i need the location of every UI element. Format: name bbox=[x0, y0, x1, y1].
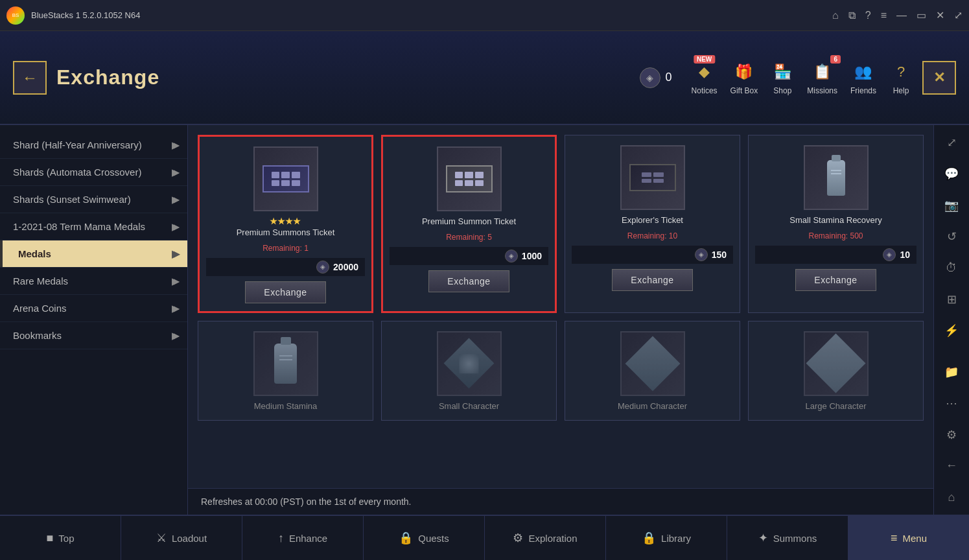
chevron-right-icon-7: ▶ bbox=[172, 303, 180, 314]
premium-summon-name: Premium Summon Ticket bbox=[422, 216, 516, 228]
item-card-medium-char[interactable]: Medium Character bbox=[565, 321, 740, 421]
bottom-nav-top[interactable]: ■ Top bbox=[0, 516, 121, 560]
active-indicator bbox=[0, 240, 3, 267]
item-card-medium-stamina[interactable]: Medium Stamina bbox=[198, 321, 373, 421]
folder-icon[interactable]: 📁 bbox=[940, 361, 963, 382]
bottom-nav-loadout[interactable]: ⚔ Loadout bbox=[121, 516, 242, 560]
refresh-icon[interactable]: ↺ bbox=[940, 226, 963, 247]
library-nav-label: Library bbox=[661, 533, 691, 544]
bottom-nav-library[interactable]: 🔒 Library bbox=[606, 516, 727, 560]
giftbox-label: Gift Box bbox=[730, 86, 758, 95]
sidebar-item-halfyear[interactable]: Shard (Half-Year Anniversary) ▶ bbox=[0, 132, 187, 159]
item-card-explorers[interactable]: Explorer's Ticket Remaining: 10 ◈ 150 Ex… bbox=[565, 135, 740, 313]
sidebar-item-automata[interactable]: Shards (Automata Crossover) ▶ bbox=[0, 159, 187, 186]
exchange-grid: ★★★★ Premium Summons Ticket Remaining: 1… bbox=[188, 125, 933, 488]
large-char-image bbox=[804, 331, 869, 396]
right-panel: ⤢ 💬 📷 ↺ ⏱ ⊞ ⚡ 📁 ⋯ ⚙ ← ⌂ bbox=[933, 125, 969, 515]
enhance-nav-label: Enhance bbox=[289, 533, 327, 544]
bottom-nav-menu[interactable]: ≡ Menu bbox=[848, 516, 969, 560]
shop-nav-item[interactable]: 🏪 Shop bbox=[771, 60, 794, 95]
nav-icons: NEW ◆ Notices 🎁 Gift Box 🏪 Shop 6 📋 Miss… bbox=[692, 60, 913, 95]
premium-summon-remaining: Remaining: 5 bbox=[446, 233, 492, 242]
bottom-nav: ■ Top ⚔ Loadout ↑ Enhance 🔒 Quests ⚙ Exp… bbox=[0, 515, 969, 560]
item-card-small-char[interactable]: Small Character bbox=[381, 321, 557, 421]
friends-nav-item[interactable]: 👥 Friends bbox=[850, 60, 876, 95]
title-bar: BS BlueStacks 1 5.2.0.1052 N64 ⌂ ⧉ ? ≡ —… bbox=[0, 0, 969, 31]
back-button[interactable]: ← bbox=[13, 61, 47, 95]
item-card-large-char[interactable]: Large Character bbox=[748, 321, 924, 421]
explorers-name: Explorer's Ticket bbox=[622, 215, 683, 226]
sidebar-item-swimwear[interactable]: Shards (Sunset Swimwear) ▶ bbox=[0, 186, 187, 213]
sidebar-item-bookmarks[interactable]: Bookmarks ▶ bbox=[0, 322, 187, 349]
close-window-icon[interactable]: ✕ bbox=[936, 9, 944, 21]
premium-summon-image bbox=[437, 146, 502, 211]
back-arrow-panel-icon[interactable]: ← bbox=[940, 455, 963, 476]
sidebar-item-mama[interactable]: 1-2021-08 Term Mama Medals ▶ bbox=[0, 213, 187, 240]
notices-nav-item[interactable]: NEW ◆ Notices bbox=[692, 60, 718, 95]
small-stamina-exchange-button[interactable]: Exchange bbox=[795, 269, 876, 291]
clock-icon[interactable]: ⏱ bbox=[940, 257, 963, 279]
item-card-premium-summons[interactable]: ★★★★ Premium Summons Ticket Remaining: 1… bbox=[198, 135, 373, 313]
close-x-icon: ✕ bbox=[933, 69, 945, 86]
item-card-premium-summon[interactable]: Premium Summon Ticket Remaining: 5 ◈ 100… bbox=[381, 135, 557, 313]
menu-nav-label: Menu bbox=[902, 533, 927, 544]
chevron-right-icon-8: ▶ bbox=[172, 330, 180, 342]
bluestacks-logo: BS bbox=[6, 6, 25, 25]
restore-icon[interactable]: ▭ bbox=[916, 9, 926, 21]
loadout-nav-label: Loadout bbox=[172, 533, 207, 544]
chat-icon[interactable]: 💬 bbox=[940, 163, 963, 184]
bottom-nav-enhance[interactable]: ↑ Enhance bbox=[242, 516, 364, 560]
bottom-nav-summons[interactable]: ✦ Summons bbox=[727, 516, 848, 560]
sidebar-label-mama: 1-2021-08 Term Mama Medals bbox=[13, 221, 145, 232]
sidebar-item-arena[interactable]: Arena Coins ▶ bbox=[0, 295, 187, 322]
help-label: Help bbox=[893, 86, 909, 95]
top-nav: ← Exchange ◈ 0 NEW ◆ Notices 🎁 Gift Box … bbox=[0, 31, 969, 125]
dots-icon[interactable]: ⋯ bbox=[940, 392, 963, 414]
premium-summons-name-group: ★★★★ Premium Summons Ticket bbox=[237, 216, 335, 239]
sidebar-label-medals: Medals bbox=[18, 248, 51, 259]
sidebar-item-medals[interactable]: Medals ▶ bbox=[0, 240, 187, 268]
chevron-right-icon-3: ▶ bbox=[172, 194, 180, 205]
small-stamina-cost: ◈ 10 bbox=[755, 246, 916, 264]
medium-stamina-name: Medium Stamina bbox=[254, 401, 318, 412]
window-controls[interactable]: ⌂ ⧉ ? ≡ — ▭ ✕ ⤢ bbox=[832, 9, 963, 21]
notices-label: Notices bbox=[692, 86, 718, 95]
item-card-small-stamina[interactable]: Small Stamina Recovery Remaining: 500 ◈ … bbox=[748, 135, 924, 313]
sidebar-label-arena: Arena Coins bbox=[13, 303, 67, 314]
chevron-right-icon-2: ▶ bbox=[172, 167, 180, 178]
premium-summon-exchange-button[interactable]: Exchange bbox=[428, 270, 509, 292]
bottom-nav-quests[interactable]: 🔒 Quests bbox=[364, 516, 485, 560]
currency-icon: ◈ bbox=[640, 67, 660, 88]
expand-right-icon[interactable]: ⤢ bbox=[940, 132, 963, 153]
giftbox-icon: 🎁 bbox=[732, 60, 756, 84]
small-char-image bbox=[437, 331, 502, 396]
menu-nav-icon: ≡ bbox=[891, 531, 898, 545]
hamburger-icon[interactable]: ≡ bbox=[881, 10, 887, 21]
cost-currency-icon-3: ◈ bbox=[695, 248, 708, 261]
enhance-nav-icon: ↑ bbox=[278, 531, 284, 545]
back-arrow-icon: ← bbox=[22, 69, 38, 87]
home-icon[interactable]: ⌂ bbox=[832, 10, 839, 21]
copy-icon[interactable]: ⧉ bbox=[848, 10, 856, 21]
camera-icon[interactable]: 📷 bbox=[940, 194, 963, 216]
top-nav-icon: ■ bbox=[46, 531, 53, 545]
missions-label: Missions bbox=[807, 86, 837, 95]
layers-icon[interactable]: ⊞ bbox=[940, 288, 963, 310]
medium-char-image bbox=[620, 331, 685, 396]
premium-summons-exchange-button[interactable]: Exchange bbox=[245, 281, 325, 303]
missions-nav-item[interactable]: 6 📋 Missions bbox=[807, 60, 837, 95]
sidebar-item-rare-medals[interactable]: Rare Medals ▶ bbox=[0, 268, 187, 295]
expand-icon[interactable]: ⤢ bbox=[954, 9, 963, 21]
explorers-exchange-button[interactable]: Exchange bbox=[612, 269, 692, 291]
notices-new-badge: NEW bbox=[694, 55, 715, 64]
bottom-nav-exploration[interactable]: ⚙ Exploration bbox=[485, 516, 606, 560]
settings-gear-icon[interactable]: ⚙ bbox=[940, 424, 963, 445]
question-icon[interactable]: ? bbox=[865, 10, 871, 21]
giftbox-nav-item[interactable]: 🎁 Gift Box bbox=[730, 60, 758, 95]
home-panel-icon[interactable]: ⌂ bbox=[940, 487, 963, 508]
npk-icon[interactable]: ⚡ bbox=[940, 320, 963, 342]
minimize-icon[interactable]: — bbox=[896, 10, 907, 21]
help-nav-item[interactable]: ? Help bbox=[889, 60, 913, 95]
premium-summons-stars: ★★★★ bbox=[270, 216, 301, 226]
close-exchange-button[interactable]: ✕ bbox=[922, 61, 956, 95]
